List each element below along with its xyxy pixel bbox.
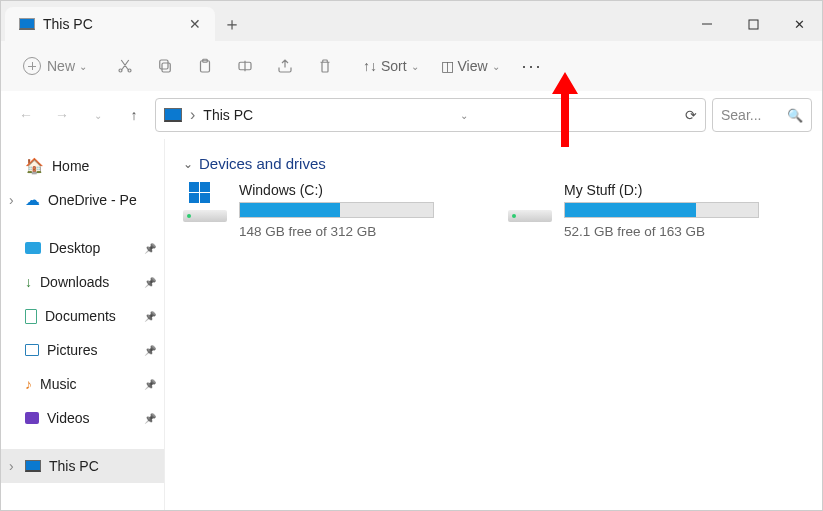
sidebar-item-desktop[interactable]: Desktop	[1, 231, 164, 265]
svg-rect-1	[749, 20, 758, 29]
new-button[interactable]: New ⌄	[15, 51, 95, 81]
sidebar-item-label: Videos	[47, 410, 90, 426]
sidebar-item-label: Documents	[45, 308, 116, 324]
close-tab-icon[interactable]: ✕	[189, 16, 201, 32]
sidebar: 🏠 Home ☁ OneDrive - Pe Desktop ↓ Downloa…	[1, 139, 165, 511]
drive-icon	[508, 182, 552, 222]
sidebar-item-pictures[interactable]: Pictures	[1, 333, 164, 367]
address-bar[interactable]: › This PC ⌄ ⟳	[155, 98, 706, 132]
breadcrumb[interactable]: This PC	[203, 107, 253, 123]
windows-logo-icon	[189, 182, 211, 204]
pc-icon	[164, 108, 182, 122]
document-icon	[25, 309, 37, 324]
sort-icon: ↑↓	[363, 58, 377, 74]
pc-icon	[25, 460, 41, 472]
chevron-down-icon: ⌄	[411, 61, 419, 72]
ellipsis-icon: ···	[522, 56, 543, 77]
view-button[interactable]: ◫ View ⌄	[433, 52, 508, 80]
download-icon: ↓	[25, 274, 32, 290]
chevron-down-icon[interactable]: ⌄	[460, 110, 468, 121]
paste-button[interactable]	[188, 51, 222, 81]
sidebar-item-home[interactable]: 🏠 Home	[1, 149, 164, 183]
forward-button[interactable]: →	[47, 100, 77, 130]
drive-item[interactable]: Windows (C:) 148 GB free of 312 GB	[183, 182, 478, 239]
search-input[interactable]: Sear... 🔍	[712, 98, 812, 132]
pc-icon	[19, 18, 35, 30]
group-header-devices[interactable]: ⌄ Devices and drives	[183, 155, 804, 172]
drive-item[interactable]: My Stuff (D:) 52.1 GB free of 163 GB	[508, 182, 803, 239]
breadcrumb-separator: ›	[190, 106, 195, 124]
window-controls: ✕	[684, 7, 822, 41]
music-icon: ♪	[25, 376, 32, 392]
drive-name: Windows (C:)	[239, 182, 478, 198]
svg-rect-3	[160, 60, 168, 69]
more-button[interactable]: ···	[514, 50, 551, 83]
sidebar-item-label: OneDrive - Pe	[48, 192, 137, 208]
new-tab-button[interactable]: ＋	[215, 7, 249, 41]
back-button[interactable]: ←	[11, 100, 41, 130]
search-icon: 🔍	[787, 108, 803, 123]
sort-button[interactable]: ↑↓ Sort ⌄	[355, 52, 427, 80]
titlebar: This PC ✕ ＋ ✕	[1, 1, 822, 41]
drive-usage-bar	[239, 202, 434, 218]
rename-button[interactable]	[228, 51, 262, 81]
delete-button[interactable]	[308, 51, 342, 81]
svg-rect-2	[162, 63, 170, 72]
cut-button[interactable]	[108, 51, 142, 81]
sidebar-item-label: This PC	[49, 458, 99, 474]
close-button[interactable]: ✕	[776, 7, 822, 41]
copy-button[interactable]	[148, 51, 182, 81]
view-label: View	[457, 58, 487, 74]
drive-free-text: 52.1 GB free of 163 GB	[564, 224, 803, 239]
sidebar-item-videos[interactable]: Videos	[1, 401, 164, 435]
sidebar-item-label: Downloads	[40, 274, 109, 290]
picture-icon	[25, 344, 39, 356]
up-button[interactable]: ↑	[119, 100, 149, 130]
drive-icon	[183, 182, 227, 222]
plus-icon	[23, 57, 41, 75]
sidebar-item-music[interactable]: ♪ Music	[1, 367, 164, 401]
chevron-down-icon: ⌄	[183, 157, 193, 171]
drive-free-text: 148 GB free of 312 GB	[239, 224, 478, 239]
drive-usage-bar	[564, 202, 759, 218]
video-icon	[25, 412, 39, 424]
sidebar-item-onedrive[interactable]: ☁ OneDrive - Pe	[1, 183, 164, 217]
search-placeholder: Sear...	[721, 107, 781, 123]
sort-label: Sort	[381, 58, 407, 74]
sidebar-item-this-pc[interactable]: This PC	[1, 449, 164, 483]
group-title: Devices and drives	[199, 155, 326, 172]
maximize-button[interactable]	[730, 7, 776, 41]
tab-title: This PC	[43, 16, 189, 32]
drive-name: My Stuff (D:)	[564, 182, 803, 198]
chevron-down-icon: ⌄	[79, 61, 87, 72]
nav-row: ← → ⌄ ↑ › This PC ⌄ ⟳ Sear... 🔍	[1, 91, 822, 139]
sidebar-item-downloads[interactable]: ↓ Downloads	[1, 265, 164, 299]
tab-this-pc[interactable]: This PC ✕	[5, 7, 215, 41]
recent-chevron[interactable]: ⌄	[83, 100, 113, 130]
chevron-down-icon: ⌄	[492, 61, 500, 72]
new-label: New	[47, 58, 75, 74]
refresh-button[interactable]: ⟳	[685, 107, 697, 123]
content-area: ⌄ Devices and drives Windows (C:) 148 GB…	[165, 139, 822, 511]
sidebar-item-label: Home	[52, 158, 89, 174]
sidebar-item-label: Music	[40, 376, 77, 392]
view-icon: ◫	[441, 58, 454, 74]
cloud-icon: ☁	[25, 191, 40, 209]
sidebar-item-documents[interactable]: Documents	[1, 299, 164, 333]
sidebar-item-label: Desktop	[49, 240, 100, 256]
toolbar: New ⌄ ↑↓ Sort ⌄ ◫ View ⌄ ···	[1, 41, 822, 91]
share-button[interactable]	[268, 51, 302, 81]
desktop-icon	[25, 242, 41, 254]
sidebar-item-label: Pictures	[47, 342, 98, 358]
minimize-button[interactable]	[684, 7, 730, 41]
home-icon: 🏠	[25, 157, 44, 175]
